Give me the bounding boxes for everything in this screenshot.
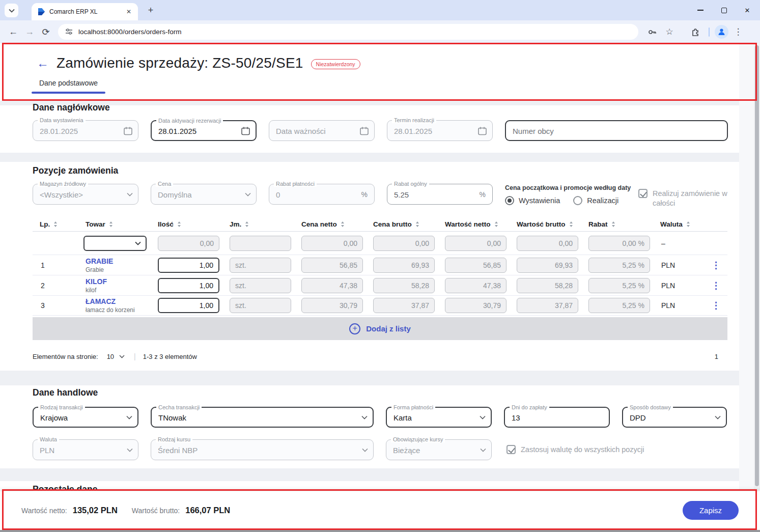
browser-tab[interactable]: Comarch ERP XL ✕ bbox=[32, 3, 138, 20]
rodzaj-transakcji-select[interactable]: Rodzaj transakcji Krajowa bbox=[33, 407, 138, 428]
sposob-dostawy-select[interactable]: Sposób dostawy DPD bbox=[622, 407, 727, 428]
section-title-handlowe: Dane handlowe bbox=[33, 387, 98, 398]
scrollbar[interactable] bbox=[754, 43, 760, 490]
calendar-icon[interactable] bbox=[241, 126, 250, 135]
waluta-value: PLN bbox=[660, 301, 703, 310]
back-button[interactable]: ← bbox=[5, 24, 21, 40]
dni-do-zaplaty-input[interactable]: Dni do zapłaty 13 bbox=[504, 407, 610, 428]
col-header-cena-brutto[interactable]: Cena brutto bbox=[373, 220, 445, 228]
obowiazujace-kursy-select: Obowiązujące kursy Bieżące bbox=[386, 439, 492, 460]
netto-label: Wartość netto: bbox=[21, 507, 67, 515]
reload-button[interactable]: ⟳ bbox=[38, 24, 54, 40]
chevron-down-icon[interactable] bbox=[119, 355, 125, 358]
product-link[interactable]: ŁAMACZ bbox=[86, 297, 158, 305]
field-termin-realizacji: Termin realizacji 28.01.2025 bbox=[387, 120, 493, 141]
col-header-jm[interactable]: Jm. bbox=[230, 220, 301, 228]
window-maximize-button[interactable] bbox=[712, 0, 736, 20]
field-data-aktywacji-rezerwacji[interactable]: Data aktywacji rezerwacji 28.01.2025 bbox=[151, 120, 257, 141]
tab-dane-podstawowe[interactable]: Dane podstawowe bbox=[32, 78, 105, 94]
checkbox-checked-icon bbox=[638, 189, 648, 198]
rabat-input: 5,25 % bbox=[588, 278, 650, 293]
ilosc-input[interactable]: 1,00 bbox=[158, 298, 219, 313]
sort-icon bbox=[612, 221, 615, 227]
ilosc-input[interactable]: 1,00 bbox=[158, 258, 219, 273]
row-menu-icon[interactable]: ⋮ bbox=[703, 260, 729, 271]
cena-brutto-input: 69,93 bbox=[373, 258, 435, 273]
tab-close-icon[interactable]: ✕ bbox=[125, 8, 133, 15]
tab-search-button[interactable] bbox=[5, 4, 18, 17]
calendar-icon bbox=[359, 126, 369, 135]
towar-select[interactable] bbox=[83, 236, 147, 251]
scrollbar-thumb[interactable] bbox=[755, 45, 759, 486]
cena-netto-input: 30,79 bbox=[301, 298, 363, 313]
password-key-icon[interactable] bbox=[644, 24, 660, 40]
col-header-lp[interactable]: Lp. bbox=[33, 220, 83, 228]
maximize-icon bbox=[721, 8, 727, 13]
wartosc-brutto-input: 58,28 bbox=[517, 278, 578, 293]
waluta-value: PLN bbox=[660, 282, 703, 290]
numer-obcy-input[interactable]: Numer obcy bbox=[505, 120, 728, 141]
radio-realizacji[interactable]: Realizacji bbox=[573, 196, 618, 205]
sort-icon bbox=[687, 221, 690, 227]
forward-button[interactable]: → bbox=[21, 24, 38, 40]
chevron-down-icon bbox=[127, 448, 133, 452]
product-link[interactable]: GRABIE bbox=[86, 257, 158, 265]
profile-avatar[interactable] bbox=[715, 25, 728, 39]
page-title: Zamówienie sprzedaży: ZS-50/25/SE1 bbox=[57, 55, 303, 71]
radio-unselected-icon bbox=[573, 196, 582, 205]
sort-icon bbox=[570, 221, 573, 227]
pagination-bar: Elementów na stronie: 10 | 1-3 z 3 eleme… bbox=[33, 349, 727, 363]
new-tab-button[interactable]: + bbox=[145, 4, 157, 16]
table-row: 1 GRABIEGrabie 1,00 szt. 56,85 69,93 56,… bbox=[33, 255, 727, 275]
back-arrow-icon[interactable]: ← bbox=[37, 56, 49, 70]
per-page-select[interactable]: 10 bbox=[107, 353, 114, 360]
table-header-row: Lp. Towar Ilość Jm. Cena netto Cena brut… bbox=[33, 217, 727, 231]
comarch-favicon bbox=[37, 8, 45, 16]
site-settings-icon bbox=[65, 28, 73, 36]
window-minimize-button[interactable] bbox=[689, 0, 712, 20]
cecha-transakcji-select[interactable]: Cecha transakcji TNowak bbox=[151, 407, 374, 428]
browser-menu-icon[interactable]: ⋮ bbox=[730, 24, 746, 40]
row-menu-icon[interactable]: ⋮ bbox=[703, 280, 729, 291]
calendar-icon bbox=[477, 126, 487, 135]
chevron-down-icon bbox=[135, 241, 141, 245]
ilosc-input[interactable]: 1,00 bbox=[158, 278, 219, 293]
extensions-icon[interactable] bbox=[688, 24, 703, 40]
radio-wystawienia[interactable]: Wystawienia bbox=[505, 196, 560, 205]
col-header-cena-netto[interactable]: Cena netto bbox=[301, 220, 373, 228]
wartosc-brutto-input: 0,00 bbox=[517, 236, 578, 251]
save-button[interactable]: Zapisz bbox=[683, 501, 739, 520]
page-number[interactable]: 1 bbox=[715, 353, 727, 360]
col-header-waluta[interactable]: Waluta bbox=[660, 220, 703, 228]
order-form-page: ← Zamówienie sprzedaży: ZS-50/25/SE1 Nie… bbox=[0, 43, 739, 490]
percent-suffix: % bbox=[480, 190, 486, 199]
row-menu-icon[interactable]: ⋮ bbox=[703, 300, 729, 311]
wartosc-netto-input: 47,38 bbox=[445, 278, 506, 293]
col-header-towar[interactable]: Towar bbox=[83, 220, 158, 228]
bookmark-star-icon[interactable]: ☆ bbox=[662, 24, 677, 40]
rabat-input: 5,25 % bbox=[588, 298, 650, 313]
waluta-value: – bbox=[660, 239, 703, 247]
table-row: 2 KILOFkilof 1,00 szt. 47,38 58,28 47,38… bbox=[33, 275, 727, 295]
rabat-platnosci-input: Rabat płatności 0 % bbox=[269, 184, 375, 205]
wartosc-brutto-input: 69,93 bbox=[517, 258, 578, 273]
sort-icon bbox=[416, 221, 419, 227]
url-bar[interactable]: localhost:8000/orders/orders-form bbox=[58, 24, 638, 40]
jm-input: szt. bbox=[230, 298, 291, 313]
add-from-list-button[interactable]: + Dodaj z listy bbox=[33, 317, 727, 340]
wartosc-netto-input: 0,00 bbox=[445, 236, 506, 251]
col-header-wartosc-brutto[interactable]: Wartość brutto bbox=[517, 220, 588, 228]
col-header-rabat[interactable]: Rabat bbox=[588, 220, 660, 228]
window-close-button[interactable]: ✕ bbox=[736, 0, 759, 20]
jm-input: szt. bbox=[230, 258, 291, 273]
rabat-ogolny-input[interactable]: Rabat ogólny 5.25 % bbox=[387, 184, 493, 205]
product-link[interactable]: KILOF bbox=[86, 277, 158, 286]
section-title-naglowkowe: Dane nagłówkowe bbox=[33, 102, 110, 113]
checkbox-checked-icon bbox=[506, 445, 516, 454]
forma-platnosci-select[interactable]: Forma płatności Karta bbox=[386, 407, 492, 428]
col-header-ilosc[interactable]: Ilość bbox=[158, 220, 230, 228]
zastosuj-walute-checkbox: Zastosuj walutę do wszystkich pozycji bbox=[506, 445, 644, 455]
section-divider bbox=[0, 153, 739, 162]
section-divider bbox=[0, 468, 739, 481]
col-header-wartosc-netto[interactable]: Wartość netto bbox=[445, 220, 517, 228]
